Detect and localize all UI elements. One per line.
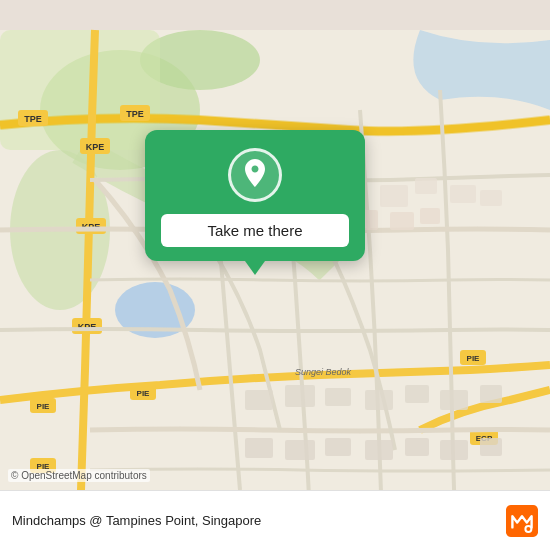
map-svg: TPE TPE KPE KPE KPE PIE PIE PIE PIE ECP	[0, 0, 550, 550]
location-text: Mindchamps @ Tampines Point, Singapore	[12, 513, 261, 528]
svg-text:TPE: TPE	[126, 109, 144, 119]
svg-rect-47	[365, 440, 393, 460]
svg-text:PIE: PIE	[137, 389, 151, 398]
svg-text:KPE: KPE	[86, 142, 105, 152]
svg-rect-46	[325, 438, 351, 456]
copyright-text: © OpenStreetMap contributors	[8, 469, 150, 482]
map-container: TPE TPE KPE KPE KPE PIE PIE PIE PIE ECP	[0, 0, 550, 550]
svg-rect-43	[480, 385, 502, 403]
take-me-there-button[interactable]: Take me there	[161, 214, 349, 247]
svg-rect-45	[285, 440, 315, 460]
svg-text:PIE: PIE	[37, 402, 51, 411]
svg-rect-39	[325, 388, 351, 406]
svg-text:PIE: PIE	[467, 354, 481, 363]
svg-rect-35	[450, 185, 476, 203]
pin-icon	[241, 159, 269, 191]
location-info: Mindchamps @ Tampines Point, Singapore	[12, 513, 506, 528]
svg-rect-41	[405, 385, 429, 403]
svg-rect-51	[506, 505, 538, 537]
svg-text:TPE: TPE	[24, 114, 42, 124]
svg-rect-40	[365, 390, 393, 410]
popup-icon-circle	[228, 148, 282, 202]
svg-rect-49	[440, 440, 468, 460]
svg-rect-36	[480, 190, 502, 206]
svg-rect-4	[0, 30, 160, 150]
svg-rect-38	[285, 385, 315, 407]
svg-rect-37	[245, 390, 273, 410]
svg-rect-33	[390, 212, 414, 230]
popup-card: Take me there	[145, 130, 365, 261]
moovit-icon	[506, 505, 538, 537]
svg-rect-30	[415, 178, 437, 194]
svg-rect-42	[440, 390, 468, 410]
svg-rect-34	[420, 208, 440, 224]
svg-rect-29	[380, 185, 408, 207]
svg-rect-50	[480, 438, 502, 456]
svg-text:Sungei Bedok: Sungei Bedok	[295, 367, 352, 377]
bottom-bar: Mindchamps @ Tampines Point, Singapore	[0, 490, 550, 550]
svg-point-53	[526, 527, 530, 531]
svg-rect-44	[245, 438, 273, 458]
moovit-logo	[506, 505, 538, 537]
svg-rect-48	[405, 438, 429, 456]
